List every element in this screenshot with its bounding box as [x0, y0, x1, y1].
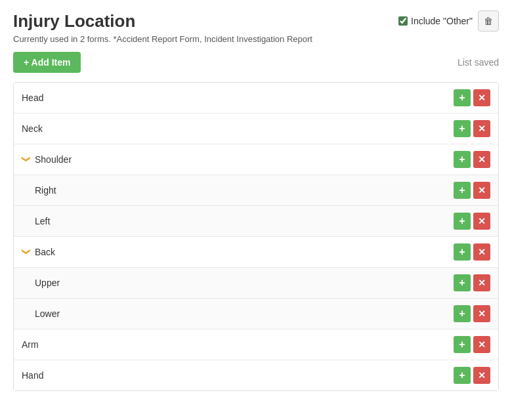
item-left: ❯ Back — [22, 247, 55, 257]
times-icon: ✕ — [478, 339, 486, 350]
add-item-button[interactable]: + Add Item — [13, 52, 81, 73]
times-icon: ✕ — [478, 247, 486, 257]
add-item-label: + Add Item — [24, 57, 70, 68]
delete-item-button[interactable]: ✕ — [473, 182, 490, 199]
times-icon: ✕ — [478, 370, 486, 381]
add-child-button[interactable]: + — [454, 151, 471, 168]
add-child-button[interactable]: + — [454, 182, 471, 199]
item-name: Back — [35, 247, 55, 257]
item-name: Arm — [22, 339, 39, 350]
item-name: Upper — [35, 278, 60, 288]
delete-item-button[interactable]: ✕ — [473, 336, 490, 353]
item-actions: + ✕ — [454, 120, 490, 137]
item-actions: + ✕ — [454, 213, 490, 230]
times-icon: ✕ — [478, 123, 486, 134]
times-icon: ✕ — [478, 278, 486, 288]
list-saved-status: List saved — [458, 57, 499, 68]
add-child-button[interactable]: + — [454, 243, 471, 261]
delete-item-button[interactable]: ✕ — [473, 243, 490, 261]
page-title: Injury Location — [13, 11, 135, 32]
plus-icon: + — [459, 370, 465, 381]
add-child-button[interactable]: + — [454, 305, 471, 322]
plus-icon: + — [459, 247, 465, 257]
delete-item-button[interactable]: ✕ — [473, 120, 490, 137]
list-item: Arm + ✕ — [14, 329, 498, 360]
add-child-button[interactable]: + — [454, 274, 471, 291]
item-actions: + ✕ — [454, 305, 490, 322]
list-item: Left + ✕ — [14, 206, 498, 237]
add-child-button[interactable]: + — [454, 336, 471, 353]
delete-item-button[interactable]: ✕ — [473, 367, 490, 384]
plus-icon: + — [459, 123, 465, 134]
add-child-button[interactable]: + — [454, 367, 471, 384]
item-left: ❯ Shoulder — [22, 154, 72, 165]
item-name: Head — [22, 93, 43, 103]
delete-item-button[interactable]: ✕ — [473, 274, 490, 291]
plus-icon: + — [459, 216, 465, 226]
title-row: Injury Location Include "Other" 🗑 — [13, 10, 499, 32]
item-left: Left — [35, 216, 50, 226]
add-child-button[interactable]: + — [454, 213, 471, 230]
include-other-label[interactable]: Include "Other" — [398, 16, 473, 26]
times-icon: ✕ — [478, 216, 486, 226]
item-left: Hand — [22, 370, 43, 381]
toolbar-row: + Add Item List saved — [13, 52, 499, 73]
item-left: Upper — [35, 278, 60, 288]
item-name: Hand — [22, 370, 43, 381]
times-icon: ✕ — [478, 154, 486, 165]
item-actions: + ✕ — [454, 182, 490, 199]
list-item: ❯ Shoulder + ✕ — [14, 144, 498, 175]
item-actions: + ✕ — [454, 151, 490, 168]
plus-icon: + — [459, 93, 465, 103]
item-actions: + ✕ — [454, 243, 490, 261]
plus-icon: + — [459, 185, 465, 196]
item-name: Left — [35, 216, 50, 226]
item-left: Lower — [35, 308, 60, 319]
list-item: Upper + ✕ — [14, 268, 498, 299]
item-left: Neck — [22, 123, 43, 134]
list-item: Neck + ✕ — [14, 114, 498, 144]
trash-icon: 🗑 — [484, 16, 493, 26]
delete-item-button[interactable]: ✕ — [473, 151, 490, 168]
list-item: ❯ Back + ✕ — [14, 237, 498, 268]
times-icon: ✕ — [478, 185, 486, 196]
subtitle: Currently used in 2 forms. *Accident Rep… — [13, 34, 499, 44]
plus-icon: + — [459, 154, 465, 165]
item-name: Right — [35, 185, 56, 196]
delete-item-button[interactable]: ✕ — [473, 89, 490, 106]
item-name: Lower — [35, 308, 60, 319]
plus-icon: + — [459, 308, 465, 319]
item-actions: + ✕ — [454, 336, 490, 353]
delete-list-button[interactable]: 🗑 — [478, 10, 499, 32]
include-other-checkbox[interactable] — [398, 16, 408, 26]
list-item: Hand + ✕ — [14, 360, 498, 390]
include-other-text: Include "Other" — [411, 16, 473, 26]
item-left: Arm — [22, 339, 39, 350]
list-item: Head + ✕ — [14, 83, 498, 114]
chevron-down-icon[interactable]: ❯ — [22, 247, 32, 257]
page-container: Injury Location Include "Other" 🗑 Curren… — [0, 0, 512, 402]
list-item: Right + ✕ — [14, 175, 498, 206]
plus-icon: + — [459, 278, 465, 288]
times-icon: ✕ — [478, 93, 486, 103]
item-name: Shoulder — [35, 154, 72, 165]
title-right: Include "Other" 🗑 — [398, 10, 499, 32]
item-actions: + ✕ — [454, 367, 490, 384]
times-icon: ✕ — [478, 308, 486, 319]
item-actions: + ✕ — [454, 89, 490, 106]
chevron-down-icon[interactable]: ❯ — [22, 155, 32, 164]
item-name: Neck — [22, 123, 43, 134]
delete-item-button[interactable]: ✕ — [473, 305, 490, 322]
delete-item-button[interactable]: ✕ — [473, 213, 490, 230]
item-left: Head — [22, 93, 43, 103]
item-left: Right — [35, 185, 56, 196]
add-child-button[interactable]: + — [454, 89, 471, 106]
item-actions: + ✕ — [454, 274, 490, 291]
header-section: Injury Location Include "Other" 🗑 Curren… — [13, 10, 499, 44]
add-child-button[interactable]: + — [454, 120, 471, 137]
plus-icon: + — [459, 339, 465, 350]
list-item: Lower + ✕ — [14, 299, 498, 329]
items-list: Head + ✕ Neck + ✕ — [13, 82, 499, 391]
